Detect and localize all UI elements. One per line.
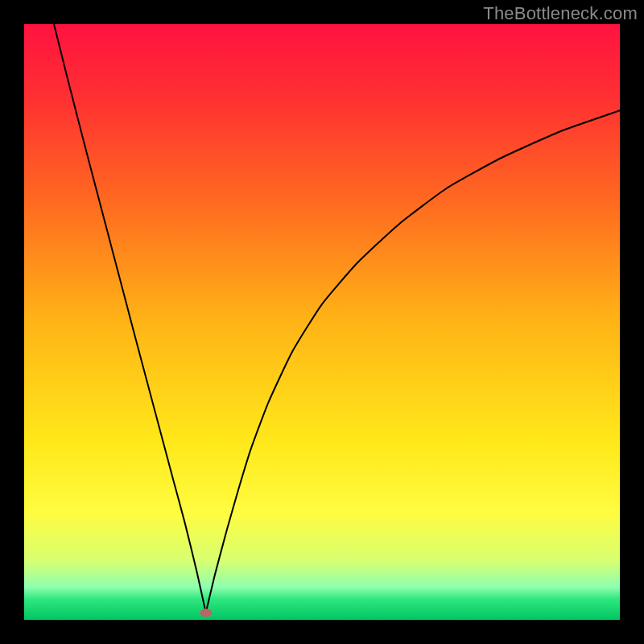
chart-frame: TheBottleneck.com <box>0 0 644 644</box>
plot-area <box>24 24 620 620</box>
background-gradient <box>24 24 620 620</box>
minimum-marker <box>200 609 212 617</box>
watermark-text: TheBottleneck.com <box>483 3 638 24</box>
chart-svg <box>24 24 620 620</box>
